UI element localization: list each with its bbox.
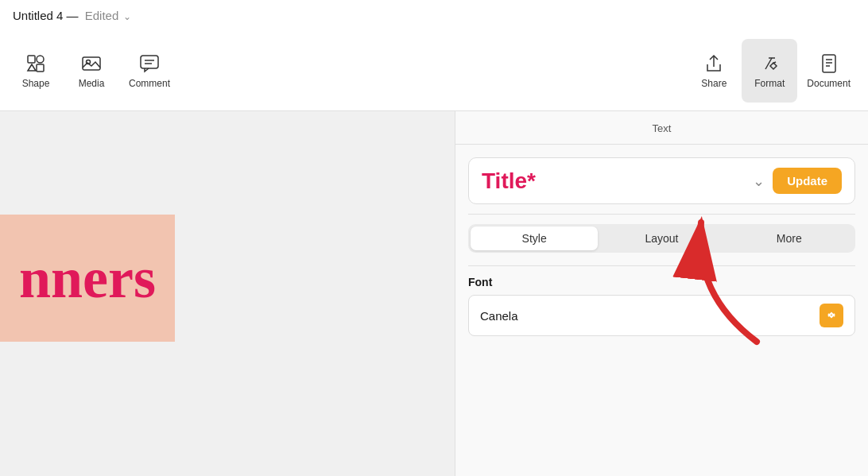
toolbar: Untitled 4 — Edited ⌄ Shape [0, 0, 868, 111]
toolbar-item-media[interactable]: Media [64, 39, 119, 103]
panel-section-title: Text [455, 111, 868, 145]
toolbar-item-share[interactable]: Share [686, 39, 742, 103]
comment-icon [138, 52, 161, 75]
style-name: Title* [482, 168, 536, 194]
format-label: Format [754, 78, 785, 89]
media-icon [80, 52, 103, 75]
font-section-label: Font [468, 276, 855, 288]
font-stepper[interactable] [820, 304, 843, 327]
divider-1 [468, 214, 855, 215]
style-chevron-icon[interactable]: ⌄ [753, 172, 765, 190]
svg-rect-5 [141, 56, 158, 68]
tab-more[interactable]: More [726, 226, 853, 250]
share-label: Share [701, 78, 727, 89]
font-name: Canela [480, 309, 518, 323]
style-controls: ⌄ Update [753, 168, 842, 194]
toolbar-item-comment[interactable]: Comment [119, 39, 180, 103]
svg-rect-2 [37, 64, 44, 72]
edited-chevron[interactable]: ⌄ [123, 11, 131, 22]
toolbar-item-document[interactable]: Document [797, 39, 860, 103]
format-icon [758, 52, 781, 75]
svg-rect-1 [37, 56, 44, 63]
divider-2 [468, 265, 855, 266]
document-title: Untitled 4 [13, 9, 63, 22]
shape-icon [25, 52, 47, 75]
tab-bar: Style Layout More [468, 224, 855, 253]
font-section: Font Canela [468, 276, 855, 336]
shape-label: Shape [22, 78, 50, 89]
font-selector[interactable]: Canela [468, 295, 855, 336]
document-label: Document [807, 78, 851, 89]
tab-layout[interactable]: Layout [598, 226, 725, 250]
tab-style[interactable]: Style [471, 226, 598, 250]
media-label: Media [79, 78, 105, 89]
toolbar-icons: Shape Media Com [0, 30, 868, 110]
style-selector[interactable]: Title* ⌄ Update [468, 157, 855, 204]
toolbar-item-shape[interactable]: Shape [8, 39, 64, 103]
panel-content: Title* ⌄ Update Style Layout More Font [455, 145, 868, 476]
update-button[interactable]: Update [773, 168, 842, 194]
canvas-area[interactable]: nners [0, 111, 455, 476]
title-bar: Untitled 4 — Edited ⌄ [0, 0, 868, 30]
right-panel: Text Title* ⌄ Update Style Layout More [455, 111, 868, 476]
toolbar-item-format[interactable]: Format [742, 39, 797, 103]
edited-label[interactable]: Edited ⌄ [85, 9, 132, 22]
share-icon [703, 52, 725, 75]
canvas-text-element[interactable]: nners [0, 215, 175, 342]
separator: — [63, 9, 81, 22]
document-icon [818, 52, 840, 75]
svg-rect-0 [28, 56, 35, 63]
svg-rect-8 [823, 55, 835, 72]
canvas-display-text: nners [19, 246, 156, 312]
comment-label: Comment [129, 78, 170, 89]
